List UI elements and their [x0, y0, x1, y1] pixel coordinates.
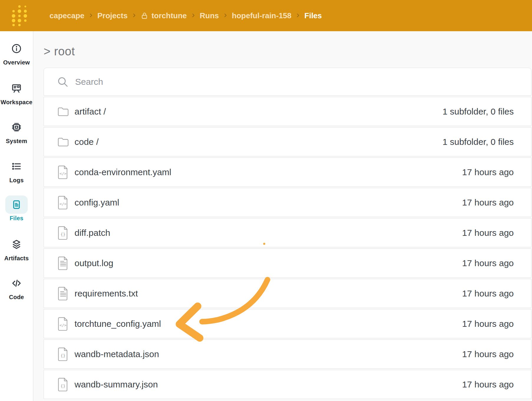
folder-icon: [57, 137, 69, 147]
workspace-board-icon: [11, 79, 22, 98]
file-name: diff.patch: [75, 228, 110, 238]
file-name: conda-environment.yaml: [75, 167, 171, 177]
file-meta: 17 hours ago: [462, 319, 514, 329]
sidebar-item-overview[interactable]: Overview: [0, 39, 33, 66]
file-row[interactable]: code / 1 subfolder, 0 files: [44, 127, 531, 156]
search-icon: [57, 76, 69, 88]
sidebar-item-label: Workspace: [1, 99, 32, 106]
sidebar-item-artifacts[interactable]: Artifacts: [0, 235, 33, 262]
file-name: requirements.txt: [75, 289, 138, 299]
file-row[interactable]: {} wandb-summary.json 17 hours ago: [44, 370, 531, 399]
layers-icon: [11, 235, 22, 254]
breadcrumb-item-hopeful-rain-158[interactable]: hopeful-rain-158: [232, 11, 291, 20]
sidebar-item-logs[interactable]: Logs: [0, 157, 33, 184]
files-panel: artifact / 1 subfolder, 0 files code / 1…: [44, 68, 531, 400]
file-row[interactable]: {} wandb-metadata.json 17 hours ago: [44, 339, 531, 369]
sidebar-item-system[interactable]: System: [0, 118, 33, 145]
file-meta: 17 hours ago: [462, 167, 514, 177]
file-meta: 1 subfolder, 0 files: [442, 107, 514, 117]
breadcrumb-separator: ›: [90, 10, 92, 19]
svg-text:</>: </>: [60, 323, 67, 327]
file-name: code /: [75, 137, 99, 147]
search-input[interactable]: [75, 77, 531, 87]
file-meta: 17 hours ago: [462, 349, 514, 359]
breadcrumb-separator: ›: [192, 10, 195, 19]
file-meta: 1 subfolder, 0 files: [442, 137, 514, 147]
code-icon: [11, 274, 22, 293]
file-meta: 17 hours ago: [462, 258, 514, 268]
sidebar-item-label: Code: [9, 294, 24, 301]
sidebar-item-files[interactable]: Files: [0, 195, 33, 222]
file-meta: 17 hours ago: [462, 289, 514, 299]
file-name: wandb-metadata.json: [75, 349, 159, 359]
svg-text:{}: {}: [60, 353, 65, 358]
wandb-logo[interactable]: [11, 4, 28, 27]
file-row[interactable]: </> config.yaml 17 hours ago: [44, 188, 531, 217]
svg-text:</>: </>: [60, 202, 67, 206]
file-row[interactable]: artifact / 1 subfolder, 0 files: [44, 97, 531, 126]
breadcrumb-separator: ›: [296, 10, 299, 19]
file-path-heading: > root: [44, 45, 75, 58]
sidebar-item-label: Overview: [3, 59, 30, 66]
folder-icon: [57, 106, 69, 117]
breadcrumb-item-projects[interactable]: Projects: [98, 11, 128, 20]
braces-file-icon: {}: [57, 347, 69, 361]
breadcrumb-item-files[interactable]: Files: [304, 11, 322, 20]
sidebar-item-workspace[interactable]: Workspace: [0, 79, 33, 106]
text-file-icon: [57, 286, 69, 300]
sidebar-item-label: Files: [10, 215, 24, 222]
file-name: artifact /: [75, 107, 106, 117]
svg-text:</>: </>: [60, 171, 67, 176]
svg-text:{}: {}: [60, 384, 65, 388]
file-name: output.log: [75, 258, 113, 268]
run-sidebar: Overview Workspace System Logs Files Art…: [0, 31, 33, 401]
file-name: config.yaml: [75, 198, 119, 208]
text-file-icon: [57, 256, 69, 270]
file-row[interactable]: requirements.txt 17 hours ago: [44, 279, 531, 308]
file-row[interactable]: </> torchtune_config.yaml 17 hours ago: [44, 309, 531, 338]
top-navbar: capecape›Projects›torchtune›Runs›hopeful…: [0, 0, 532, 31]
file-name: wandb-summary.json: [75, 380, 158, 390]
breadcrumb-separator: ›: [224, 10, 227, 19]
code-file-icon: </>: [57, 317, 69, 331]
file-meta: 17 hours ago: [462, 198, 514, 208]
list-icon: [11, 157, 22, 176]
sidebar-item-label: Artifacts: [4, 255, 29, 262]
sidebar-item-label: Logs: [9, 177, 24, 184]
document-icon: [5, 195, 28, 214]
file-meta: 17 hours ago: [462, 228, 514, 238]
file-row[interactable]: output.log 17 hours ago: [44, 248, 531, 278]
file-meta: 17 hours ago: [462, 380, 514, 390]
code-file-icon: </>: [57, 165, 69, 179]
code-file-icon: </>: [57, 195, 69, 209]
cpu-chip-icon: [11, 118, 22, 137]
breadcrumb: capecape›Projects›torchtune›Runs›hopeful…: [49, 0, 322, 31]
breadcrumb-item-torchtune[interactable]: torchtune: [141, 11, 187, 20]
file-name: torchtune_config.yaml: [75, 319, 161, 329]
file-row[interactable]: {} diff.patch 17 hours ago: [44, 218, 531, 247]
breadcrumb-item-capecape[interactable]: capecape: [49, 11, 85, 20]
sidebar-item-code[interactable]: Code: [0, 274, 33, 301]
wandb-logo-dots: [11, 4, 28, 27]
info-circle-icon: [11, 39, 22, 58]
file-row[interactable]: </> conda-environment.yaml 17 hours ago: [44, 158, 531, 187]
braces-file-icon: {}: [57, 226, 69, 240]
breadcrumb-separator: ›: [133, 10, 136, 19]
svg-text:{}: {}: [60, 232, 65, 237]
sidebar-item-label: System: [6, 138, 27, 145]
file-search-bar: [44, 68, 531, 96]
braces-file-icon: {}: [57, 377, 69, 391]
lock-open-icon: [141, 12, 148, 20]
breadcrumb-item-runs[interactable]: Runs: [200, 11, 219, 20]
